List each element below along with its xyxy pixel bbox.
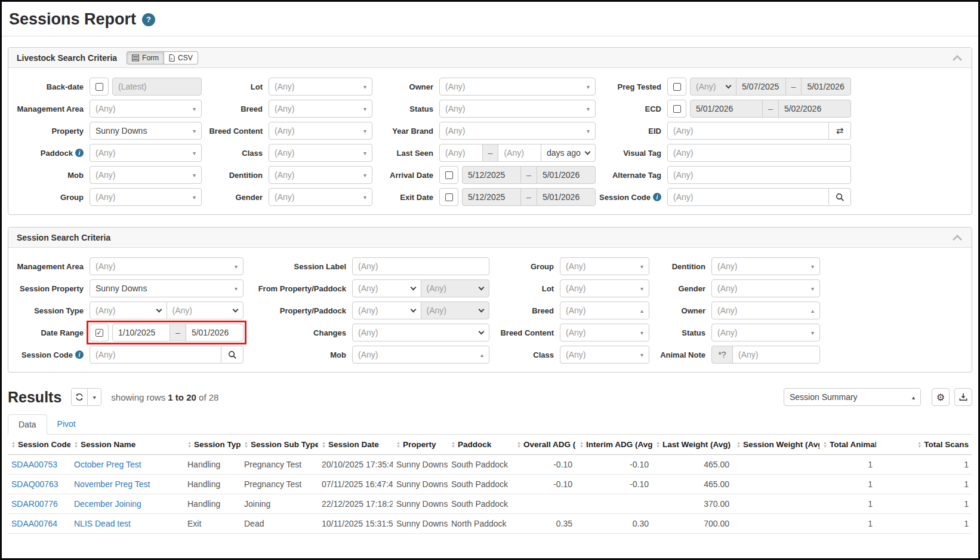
changes-select[interactable]: (Any) xyxy=(352,324,489,341)
property-select2[interactable]: (Any) xyxy=(352,301,421,319)
from-property-select[interactable]: (Any) xyxy=(352,279,421,297)
settings-button[interactable]: ⚙ xyxy=(932,388,950,406)
dentition-select[interactable]: (Any)▾ xyxy=(269,166,372,184)
column-header[interactable]: ▲▼Session Name xyxy=(70,435,184,455)
paddock-select2[interactable]: (Any) xyxy=(421,301,490,319)
sort-icon[interactable]: ▲▼ xyxy=(187,441,192,448)
gender-select[interactable]: (Any)▾ xyxy=(269,188,372,206)
info-icon[interactable]: i xyxy=(75,350,84,359)
column-header[interactable]: ▲▼Session Date xyxy=(318,435,393,455)
property-select[interactable]: Sunny Downs▾ xyxy=(90,122,202,140)
last-seen-from-input[interactable]: (Any) xyxy=(439,144,483,162)
sess-breed-select[interactable]: (Any)▴ xyxy=(560,301,649,319)
preg-tested-select[interactable]: (Any) xyxy=(690,78,736,96)
column-header[interactable]: ▲▼Session Code xyxy=(8,435,70,455)
livestock-session-code-input[interactable]: (Any) xyxy=(667,188,829,206)
exit-from-date[interactable]: 5/12/2025 xyxy=(462,188,521,206)
tab-pivot[interactable]: Pivot xyxy=(47,414,86,434)
owner-select[interactable]: (Any)▾ xyxy=(439,78,596,96)
paddock-select[interactable]: (Any)▾ xyxy=(90,144,202,162)
session-name-link[interactable]: December Joining xyxy=(74,499,141,509)
session-subtype-select[interactable]: (Any) xyxy=(167,301,244,319)
eid-swap-button[interactable]: ⇄ xyxy=(828,122,851,140)
sort-icon[interactable]: ▲▼ xyxy=(396,441,400,448)
sess-group-select[interactable]: (Any)▾ xyxy=(560,257,649,275)
column-header[interactable]: ▲▼Paddock xyxy=(448,435,513,455)
visual-tag-input[interactable]: (Any) xyxy=(667,144,851,162)
ecd-to-date[interactable]: 5/02/2026 xyxy=(778,100,851,118)
alternate-tag-input[interactable]: (Any) xyxy=(667,166,851,184)
date-range-to-date[interactable]: 5/01/2026 xyxy=(186,324,244,341)
arrival-date-checkbox[interactable] xyxy=(439,166,458,184)
session-code-link[interactable]: SDAA00764 xyxy=(11,519,57,528)
session-name-link[interactable]: November Preg Test xyxy=(74,479,150,489)
session-name-link[interactable]: NLIS Dead test xyxy=(74,519,131,528)
sess-class-select[interactable]: (Any)▾ xyxy=(560,346,649,364)
session-property-select[interactable]: Sunny Downs▾ xyxy=(90,279,244,297)
date-range-checkbox[interactable]: ✓ xyxy=(90,324,109,341)
info-icon[interactable]: i xyxy=(75,149,84,157)
preg-tested-checkbox[interactable] xyxy=(667,78,686,96)
sort-icon[interactable]: ▲▼ xyxy=(917,441,922,448)
management-area-select[interactable]: (Any)▾ xyxy=(90,100,202,118)
sess-management-area-select[interactable]: (Any)▾ xyxy=(90,257,244,275)
status-select[interactable]: (Any)▾ xyxy=(439,100,596,118)
sort-icon[interactable]: ▲▼ xyxy=(451,441,455,448)
session-code-link[interactable]: SDAQ00763 xyxy=(11,479,58,489)
column-header[interactable]: ▲▼Total Scans xyxy=(876,435,972,455)
last-seen-unit-select[interactable]: days ago xyxy=(541,144,596,162)
report-summary-select[interactable]: Session Summary▴ xyxy=(784,388,921,406)
info-icon[interactable]: i xyxy=(653,193,661,201)
column-header[interactable]: ▲▼Session Weight (Avg) xyxy=(733,435,819,455)
sess-dentition-select[interactable]: (Any)▾ xyxy=(711,257,820,275)
refresh-button[interactable] xyxy=(71,388,88,406)
sess-gender-select[interactable]: (Any)▾ xyxy=(711,279,820,297)
sort-icon[interactable]: ▲▼ xyxy=(580,441,584,448)
date-range-from-date[interactable]: 1/10/2025 xyxy=(112,324,170,341)
year-brand-select[interactable]: (Any)▾ xyxy=(439,122,596,140)
session-code-link[interactable]: SDAA00753 xyxy=(11,460,57,469)
download-button[interactable] xyxy=(954,388,972,406)
preg-tested-to-date[interactable]: 5/01/2026 xyxy=(801,78,851,96)
ecd-checkbox[interactable] xyxy=(667,100,686,118)
sort-icon[interactable]: ▲▼ xyxy=(11,441,16,448)
animal-note-input[interactable]: (Any) xyxy=(732,346,820,364)
preg-tested-from-date[interactable]: 5/07/2025 xyxy=(736,78,786,96)
column-header[interactable]: ▲▼Property xyxy=(393,435,448,455)
session-label-input[interactable]: (Any) xyxy=(352,257,489,275)
collapse-chevron-icon[interactable] xyxy=(951,54,963,61)
tab-data[interactable]: Data xyxy=(8,414,47,435)
session-type-select[interactable]: (Any) xyxy=(90,301,167,319)
exit-to-date[interactable]: 5/01/2026 xyxy=(537,188,596,206)
session-name-link[interactable]: October Preg Test xyxy=(74,460,141,469)
exit-date-checkbox[interactable] xyxy=(439,188,458,206)
sess-owner-select[interactable]: (Any)▴ xyxy=(711,301,820,319)
arrival-from-date[interactable]: 5/12/2025 xyxy=(462,166,521,184)
sess-session-code-search-button[interactable] xyxy=(221,346,244,364)
sort-icon[interactable]: ▲▼ xyxy=(656,441,660,448)
sess-session-code-input[interactable]: (Any) xyxy=(90,346,221,364)
column-header[interactable]: ▲▼Session Type xyxy=(184,435,241,455)
csv-view-button[interactable]: x CSV xyxy=(164,51,198,64)
column-header[interactable]: ▲▼Interim ADG (Avg) xyxy=(576,435,652,455)
column-header[interactable]: ▲▼Session Sub Type xyxy=(241,435,318,455)
sess-status-select[interactable]: (Any)▾ xyxy=(711,324,820,341)
class-select[interactable]: (Any)▾ xyxy=(269,144,372,162)
mob-select[interactable]: (Any)▾ xyxy=(90,166,202,184)
sess-mob-select[interactable]: (Any)▴ xyxy=(352,346,489,364)
form-view-button[interactable]: Form xyxy=(127,51,164,64)
ecd-from-date[interactable]: 5/01/2026 xyxy=(690,100,763,118)
lot-select[interactable]: (Any)▾ xyxy=(269,78,372,96)
breed-select[interactable]: (Any)▾ xyxy=(269,100,372,118)
column-header[interactable]: ▲▼Overall ADG (Avg) xyxy=(513,435,576,455)
refresh-menu-button[interactable]: ▾ xyxy=(87,388,101,406)
session-code-link[interactable]: SDAR00776 xyxy=(11,499,58,509)
column-header[interactable]: ▲▼Total Animals xyxy=(819,435,876,455)
back-date-checkbox[interactable] xyxy=(90,78,109,96)
collapse-chevron-icon[interactable] xyxy=(951,234,963,241)
group-select[interactable]: (Any)▾ xyxy=(90,188,202,206)
sess-breed-content-select[interactable]: (Any)▾ xyxy=(560,324,649,341)
sort-icon[interactable]: ▲▼ xyxy=(823,441,827,448)
arrival-to-date[interactable]: 5/01/2026 xyxy=(537,166,596,184)
from-paddock-select[interactable]: (Any) xyxy=(421,279,490,297)
